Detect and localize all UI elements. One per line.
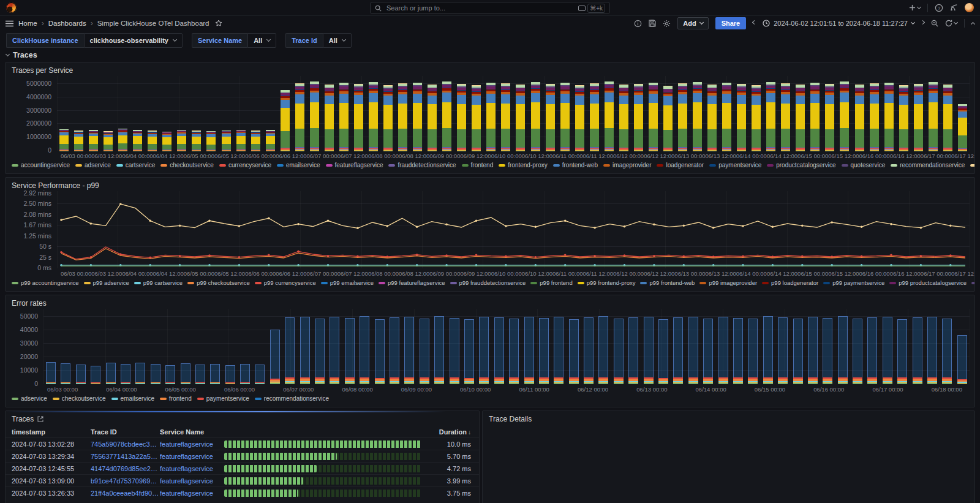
legend-item-p99 quoteservice[interactable]: p99 quoteservice <box>971 279 974 286</box>
bar[interactable] <box>285 317 295 384</box>
bar[interactable] <box>330 317 339 384</box>
bar[interactable] <box>59 129 69 151</box>
legend-item-checkoutservice[interactable]: checkoutservice <box>160 162 214 168</box>
bar[interactable] <box>516 85 525 151</box>
legend-item-adservice[interactable]: adservice <box>12 395 47 402</box>
bar[interactable] <box>634 84 643 151</box>
bar[interactable] <box>722 83 731 151</box>
bar[interactable] <box>236 130 246 151</box>
bar[interactable] <box>151 364 160 384</box>
bar[interactable] <box>225 365 235 384</box>
bar[interactable] <box>464 319 474 384</box>
bar[interactable] <box>148 130 157 151</box>
col-duration[interactable]: Duration↓ <box>428 428 474 436</box>
bar[interactable] <box>177 130 186 151</box>
bar[interactable] <box>810 83 820 151</box>
col-timestamp[interactable]: timestamp <box>12 428 91 436</box>
legend-item-frontend-proxy[interactable]: frontend-proxy <box>499 162 547 168</box>
bar[interactable] <box>590 83 599 151</box>
bar[interactable] <box>479 317 489 384</box>
bar[interactable] <box>546 84 555 151</box>
search-bar[interactable]: ⌘+k <box>370 2 610 14</box>
legend-item-p99 accountingservice[interactable]: p99 accountingservice <box>12 279 79 286</box>
cell-trace-id-link[interactable]: 41474d0769d85ee2828... <box>91 465 160 472</box>
legend-item-p99 cartservice[interactable]: p99 cartservice <box>134 279 183 286</box>
zoom-out-icon[interactable] <box>931 20 938 27</box>
bar[interactable] <box>375 319 385 384</box>
legend-item-p99 adservice[interactable]: p99 adservice <box>84 279 129 286</box>
menu-icon[interactable] <box>6 20 13 27</box>
bar[interactable] <box>165 365 175 384</box>
legend-item-p99 featureflagservice[interactable]: p99 featureflagservice <box>379 279 445 286</box>
help-icon[interactable]: ? <box>935 4 943 12</box>
bar[interactable] <box>383 85 393 151</box>
refresh-button[interactable] <box>945 20 957 27</box>
insights-icon[interactable] <box>634 20 642 28</box>
legend-item-accountingservice[interactable]: accountingservice <box>12 162 70 168</box>
bar[interactable] <box>486 83 496 151</box>
bar[interactable] <box>929 82 938 151</box>
bar[interactable] <box>781 83 790 151</box>
bar[interactable] <box>658 319 668 384</box>
bar[interactable] <box>678 83 687 151</box>
bar[interactable] <box>46 362 56 384</box>
bar[interactable] <box>673 317 683 384</box>
bar[interactable] <box>501 83 510 151</box>
breadcrumb-dashboards[interactable]: Dashboards <box>48 20 86 27</box>
bar[interactable] <box>943 85 952 151</box>
bar[interactable] <box>121 364 130 384</box>
bar[interactable] <box>281 90 290 151</box>
bar[interactable] <box>206 131 216 151</box>
legend-item-paymentservice[interactable]: paymentservice <box>197 395 249 402</box>
legend-item-p99 loadgenerator[interactable]: p99 loadgenerator <box>762 279 818 286</box>
bar[interactable] <box>345 318 355 384</box>
bar[interactable] <box>569 319 579 384</box>
bar[interactable] <box>135 363 145 384</box>
bar[interactable] <box>598 316 608 384</box>
bar[interactable] <box>840 81 849 151</box>
add-button[interactable]: Add <box>677 17 708 29</box>
row-traces-header[interactable]: Traces <box>0 49 980 62</box>
legend-item-shippingservice[interactable]: shippingservice <box>970 162 974 168</box>
bar[interactable] <box>404 317 414 384</box>
bar[interactable] <box>867 317 877 384</box>
bar[interactable] <box>883 317 892 384</box>
legend-item-recommendationservice[interactable]: recommendationservice <box>255 395 329 402</box>
bar[interactable] <box>251 130 260 151</box>
star-icon[interactable] <box>215 20 222 27</box>
bar[interactable] <box>823 318 832 384</box>
col-service-name[interactable]: Service Name <box>160 428 223 436</box>
legend-item-frauddetectionservice[interactable]: frauddetectionservice <box>388 162 456 168</box>
bar[interactable] <box>560 83 570 151</box>
bar[interactable] <box>89 130 98 151</box>
cell-service-link[interactable]: featureflagservice <box>160 441 223 448</box>
legend-item-productcatalogservice[interactable]: productcatalogservice <box>767 162 835 168</box>
bar[interactable] <box>703 319 713 384</box>
bar[interactable] <box>266 130 275 151</box>
external-link-icon[interactable] <box>37 416 43 422</box>
legend-item-quoteservice[interactable]: quoteservice <box>842 162 886 168</box>
legend-item-emailservice[interactable]: emailservice <box>277 162 320 168</box>
panel-title[interactable]: Traces per Service <box>6 62 974 76</box>
legend-item-p99 frontend-proxy[interactable]: p99 frontend-proxy <box>578 279 636 286</box>
bar[interactable] <box>628 317 638 384</box>
bar[interactable] <box>796 85 805 151</box>
bar[interactable] <box>222 130 231 151</box>
bar[interactable] <box>793 319 803 384</box>
bar[interactable] <box>766 82 775 151</box>
bar[interactable] <box>913 317 922 384</box>
legend-item-frontend[interactable]: frontend <box>160 395 192 402</box>
legend-item-frontend[interactable]: frontend <box>462 162 494 168</box>
bar[interactable] <box>838 316 848 384</box>
bar[interactable] <box>614 319 624 384</box>
bar[interactable] <box>524 317 534 384</box>
bar[interactable] <box>897 319 907 384</box>
bar[interactable] <box>870 83 879 151</box>
clickhouse-instance-select[interactable]: clickhouse-observability <box>84 33 183 48</box>
cell-trace-id-link[interactable]: b91ce47d753709695f1d... <box>91 477 160 485</box>
bar[interactable] <box>240 364 250 384</box>
bar[interactable] <box>192 130 201 151</box>
bar[interactable] <box>531 82 540 151</box>
panel-title[interactable]: Trace Details <box>483 411 974 425</box>
legend-item-p99 emailservice[interactable]: p99 emailservice <box>321 279 374 286</box>
